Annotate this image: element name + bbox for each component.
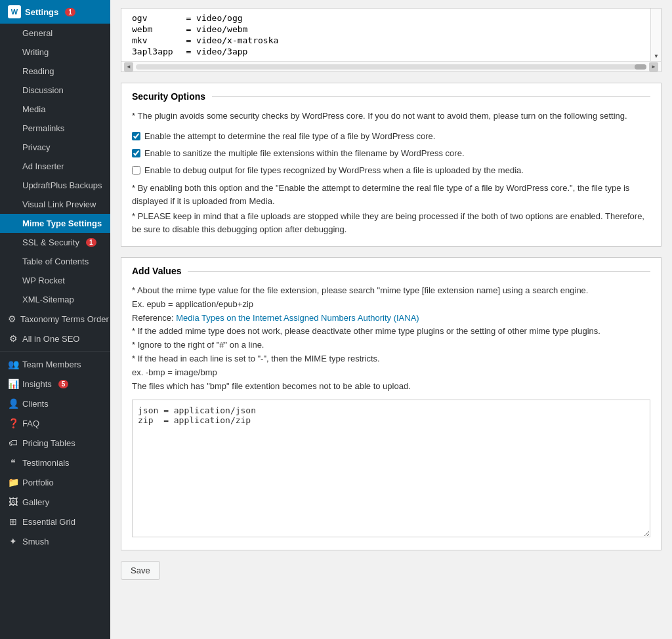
security-note-2: * PLEASE keep in mind that a file upload… [132,210,650,236]
ssl-badge: 1 [86,238,96,247]
pricing-tables-icon: 🏷 [8,438,18,448]
add-values-title: Add Values [132,266,650,276]
sidebar-item-permalinks[interactable]: Permalinks [0,119,110,138]
sidebar-item-xml-sitemap[interactable]: XML-Sitemap [0,290,110,309]
sidebar-item-insights[interactable]: 📊 Insights 5 [0,374,110,394]
sidebar-item-media[interactable]: Media [0,100,110,119]
table-row: 3apl3app = video/3app [128,46,282,57]
add-values-line-8: The files which has "bmp" file extention… [132,380,650,394]
checkbox-sanitize-extensions[interactable] [132,149,140,157]
clients-icon: 👤 [8,398,18,409]
mime-table-content: ogv = video/ogg webm = video/webm mkv = … [121,9,661,61]
sidebar-item-gallery[interactable]: 🖼 Gallery [0,492,110,512]
mime-eq: = video/3app [177,46,283,57]
sidebar-item-table-of-contents[interactable]: Table of Contents [0,252,110,271]
sidebar-item-general[interactable]: General [0,24,110,43]
content-area: ogv = video/ogg webm = video/webm mkv = … [110,0,672,588]
mime-ext: mkv [128,35,177,46]
save-button-container: Save [121,561,662,580]
taxonomy-icon: ⚙ [8,314,16,324]
essential-grid-icon: ⊞ [8,516,18,527]
sidebar-item-taxonomy-terms-order[interactable]: ⚙ Taxonomy Terms Order [0,309,110,329]
add-values-line-1: * About the mime type value for the file… [132,284,650,298]
checkbox-label-3: Enable to debug output for file types re… [144,165,524,176]
team-members-icon: 👥 [8,359,18,369]
sidebar-item-smush[interactable]: ✦ Smush [0,531,110,551]
table-row: webm = video/webm [128,24,282,35]
sidebar-item-portfolio[interactable]: 📁 Portfolio [0,472,110,492]
insights-icon: 📊 [8,379,18,389]
wordpress-icon: W [8,5,21,18]
mime-table-scroll: ogv = video/ogg webm = video/webm mkv = … [121,8,662,72]
sidebar-item-privacy[interactable]: Privacy [0,138,110,157]
hscroll-right-arrow[interactable]: ▶ [649,62,658,72]
aioseo-icon: ⚙ [8,333,18,344]
checkbox-row-2: Enable to sanitize the multiple file ext… [132,148,650,159]
sidebar-item-wp-rocket[interactable]: WP Rocket [0,271,110,290]
sidebar-item-faq[interactable]: ❓ FAQ [0,413,110,433]
add-values-line-2: Ex. epub = application/epub+zip [132,298,650,312]
mime-ext: webm [128,24,177,35]
checkbox-row-3: Enable to debug output for file types re… [132,165,650,176]
security-options-section: Security Options * The plugin avoids som… [121,83,662,247]
main-content: ogv = video/ogg webm = video/webm mkv = … [110,0,672,639]
add-values-line-6: * If the head in each line is set to "-"… [132,352,650,366]
add-values-line-3: Reference: Media Types on the Internet A… [132,312,650,325]
sidebar-item-writing[interactable]: Writing [0,43,110,62]
sidebar-item-reading[interactable]: Reading [0,62,110,81]
add-values-line-4: * If the added mime type does not work, … [132,325,650,339]
checkbox-row-1: Enable the attempt to determine the real… [132,131,650,142]
checkbox-debug-output[interactable] [132,166,140,175]
add-values-line-7: ex. -bmp = image/bmp [132,366,650,380]
settings-badge: 1 [65,8,75,16]
table-row: mkv = video/x-matroska [128,35,282,46]
sidebar-item-ad-inserter[interactable]: Ad Inserter [0,157,110,176]
sidebar-item-updraftplus[interactable]: UpdraftPlus Backups [0,176,110,195]
sidebar-item-pricing-tables[interactable]: 🏷 Pricing Tables [0,433,110,453]
portfolio-icon: 📁 [8,477,18,487]
sidebar-item-mime-type-settings[interactable]: Mime Type Settings [0,214,110,233]
security-options-title: Security Options [132,91,650,102]
add-values-section: Add Values * About the mime type value f… [121,257,662,550]
sidebar-item-all-in-one-seo[interactable]: ⚙ All in One SEO [0,329,110,348]
mime-eq: = video/x-matroska [177,35,283,46]
mime-table: ogv = video/ogg webm = video/webm mkv = … [128,12,282,57]
faq-icon: ❓ [8,418,18,428]
add-values-info: * About the mime type value for the file… [132,284,650,393]
security-note-1: * By enabling both this option and the "… [132,182,650,207]
mime-hscrollbar[interactable]: ◀ ▶ [121,61,661,72]
hscroll-thumb[interactable] [635,64,646,70]
checkbox-enable-filetype[interactable] [132,132,140,140]
iana-link[interactable]: Media Types on the Internet Assigned Num… [176,313,419,323]
mime-ext: 3apl3app [128,46,177,57]
smush-icon: ✦ [8,536,18,546]
sidebar-item-visual-link-preview[interactable]: Visual Link Preview [0,195,110,214]
hscroll-track [136,64,646,70]
sidebar-header: W Settings 1 [0,0,110,24]
mime-eq: = video/ogg [177,12,283,24]
testimonials-icon: ❝ [8,457,18,468]
save-button[interactable]: Save [121,561,160,580]
sidebar-item-essential-grid[interactable]: ⊞ Essential Grid [0,512,110,531]
checkbox-label-1: Enable the attempt to determine the real… [144,131,435,142]
sidebar: W Settings 1 General Writing Reading Dis… [0,0,110,639]
vscroll-down-arrow[interactable]: ▼ [651,51,662,61]
mime-ext: ogv [128,12,177,24]
sidebar-item-testimonials[interactable]: ❝ Testimonials [0,453,110,472]
add-values-textarea[interactable]: json = application/json zip = applicatio… [132,400,650,537]
hscroll-left-arrow[interactable]: ◀ [124,62,133,72]
checkbox-label-2: Enable to sanitize the multiple file ext… [144,148,465,159]
security-description: * The plugin avoids some security checks… [132,110,650,123]
sidebar-item-ssl-security[interactable]: SSL & Security 1 [0,233,110,252]
mime-eq: = video/webm [177,24,283,35]
sidebar-item-team-members[interactable]: 👥 Team Members [0,354,110,374]
table-row: ogv = video/ogg [128,12,282,24]
mime-vscrollbar[interactable]: ▼ [650,9,661,61]
sidebar-item-discussion[interactable]: Discussion [0,81,110,100]
sidebar-item-clients[interactable]: 👤 Clients [0,394,110,413]
add-values-line-5: * Ignore to the right of "#" on a line. [132,339,650,352]
insights-badge: 5 [58,380,69,388]
sidebar-title: Settings [25,7,58,17]
sidebar-divider [0,351,110,352]
gallery-icon: 🖼 [8,497,18,507]
